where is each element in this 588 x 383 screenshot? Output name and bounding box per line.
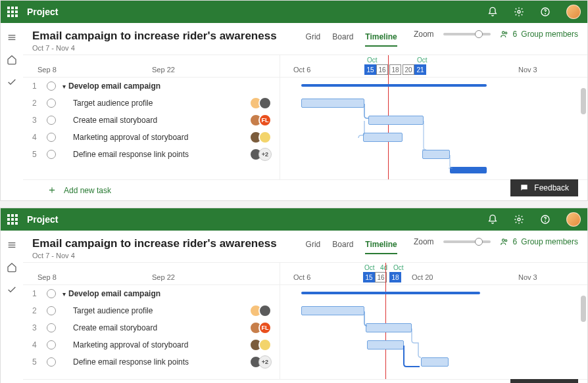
task-row[interactable]: 5 Define email response link points +2 [23,353,280,371]
task-bar[interactable] [301,306,364,315]
vertical-scrollbar[interactable] [581,289,586,372]
settings-icon[interactable] [514,214,524,225]
settings-icon[interactable] [514,7,524,17]
user-avatar[interactable] [566,212,581,227]
task-row[interactable]: 3 Create email storyboard FL [23,319,280,336]
svg-point-2 [545,13,546,14]
tab-board[interactable]: Board [332,240,353,254]
task-list: Sep 8 Sep 22 1 ▾ Develop email campaign … [23,263,280,379]
gantt-chart[interactable]: Oct 6 Oct Oct 15 16 18 20 21 Nov 3 [280,55,587,179]
app-launcher-icon[interactable] [7,214,18,225]
range-end[interactable]: 21 [414,64,426,75]
task-status-circle[interactable] [47,357,56,367]
group-members-button[interactable]: 6 Group members [500,30,578,39]
task-bar[interactable] [421,357,449,367]
menu-icon[interactable] [7,240,17,250]
more-assignees[interactable]: +2 [258,148,272,161]
add-task-row[interactable]: ＋ Add new task [23,179,587,200]
plus-icon: ＋ [47,183,57,197]
project-dates: Oct 7 - Nov 4 [32,252,277,259]
timeline-area: Sep 8 Sep 22 1 ▾ Develop email campaign … [23,262,587,379]
zoom-slider[interactable] [443,240,491,243]
task-row[interactable]: 3 Create email storyboard FL [23,112,280,129]
tab-grid[interactable]: Grid [306,32,321,47]
task-row[interactable]: 4 Marketing approval of storyboard [23,129,280,146]
project-app-window-2: Project Email campaign to increase rider… [0,208,588,383]
task-status-circle[interactable] [47,306,56,315]
task-bar[interactable] [450,167,487,173]
task-row[interactable]: 2 Target audience profile [23,302,280,319]
range-start[interactable]: 15 [364,64,376,75]
app-title: Project [27,7,58,17]
task-row[interactable]: 2 Target audience profile [23,95,280,112]
home-icon[interactable] [7,55,17,65]
app-launcher-icon[interactable] [7,7,18,17]
check-icon[interactable] [7,284,17,295]
gantt-chart[interactable]: Oct 6 Oct 4d Oct 15 16 18 Oct 20 Nov 3 [280,263,587,379]
task-row[interactable]: 4 Marketing approval of storyboard [23,336,280,353]
task-status-circle[interactable] [47,150,56,159]
assignee-avatar[interactable]: FL [258,321,272,334]
summary-bar[interactable] [301,84,487,87]
more-assignees[interactable]: +2 [258,355,272,369]
task-bar[interactable] [363,133,403,142]
chevron-down-icon[interactable]: ▾ [62,83,66,90]
task-status-circle[interactable] [47,340,56,349]
bell-icon[interactable] [487,214,498,225]
svg-point-14 [502,239,504,242]
feedback-button[interactable]: Feedback [510,179,578,196]
assignee-avatar[interactable]: FL [258,114,272,127]
check-icon[interactable] [7,77,17,87]
home-icon[interactable] [7,262,17,273]
task-bar[interactable] [301,99,364,108]
task-status-circle[interactable] [47,133,56,142]
help-icon[interactable] [540,7,551,17]
task-date-header: Sep 8 Sep 22 [23,55,280,78]
task-row[interactable]: 1 ▾ Develop email campaign [23,285,280,302]
range-start[interactable]: 15 [363,272,375,282]
assignee-avatar[interactable] [258,304,272,317]
task-status-circle[interactable] [47,81,56,91]
view-tabs: Grid Board Timeline [306,32,397,47]
tab-board[interactable]: Board [332,32,353,47]
task-bar[interactable] [367,340,404,349]
zoom-label: Zoom [414,30,434,39]
chevron-down-icon[interactable]: ▾ [62,290,66,298]
svg-point-15 [504,240,506,242]
tab-timeline[interactable]: Timeline [365,240,397,254]
assignee-avatar[interactable] [258,131,272,144]
task-row[interactable]: 1 ▾ Develop email campaign [23,78,280,95]
tab-timeline[interactable]: Timeline [365,32,397,47]
user-avatar[interactable] [566,5,581,19]
zoom-slider[interactable] [443,33,491,35]
task-row[interactable]: 5 Define email response link points +2 [23,146,280,163]
menu-icon[interactable] [7,32,17,43]
svg-point-0 [518,11,520,13]
assignee-avatar[interactable] [258,338,272,351]
feedback-button[interactable]: Feedback [510,379,578,383]
project-header: Email campaign to increase rider's aware… [23,23,587,55]
help-icon[interactable] [540,214,551,225]
group-members-button[interactable]: 6 Group members [500,237,578,246]
vertical-scrollbar[interactable] [581,81,586,173]
project-dates: Oct 7 - Nov 4 [32,44,277,52]
tab-grid[interactable]: Grid [306,240,321,254]
assignee-avatar[interactable] [258,97,272,110]
topbar: Project [1,1,587,23]
task-bar[interactable] [368,116,424,125]
bell-icon[interactable] [487,7,498,17]
task-bar[interactable] [422,150,450,159]
task-status-circle[interactable] [47,99,56,108]
task-status-circle[interactable] [47,289,56,298]
project-app-window-1: Project Email campaign to increase rider… [0,0,588,201]
task-status-circle[interactable] [47,116,56,125]
timeline-area: Sep 8 Sep 22 1 ▾ Develop email campaign … [23,55,587,179]
project-header: Email campaign to increase rider's aware… [23,231,587,262]
task-status-circle[interactable] [47,323,56,332]
task-date-header: Sep 8 Sep 22 [23,263,280,285]
add-task-row[interactable]: ＋ Add new task [23,379,587,383]
task-bar[interactable] [366,323,412,332]
range-end[interactable]: 18 [389,272,401,282]
chart-header: Oct 6 Oct 4d Oct 15 16 18 Oct 20 Nov 3 [280,263,587,285]
summary-bar[interactable] [301,292,480,294]
